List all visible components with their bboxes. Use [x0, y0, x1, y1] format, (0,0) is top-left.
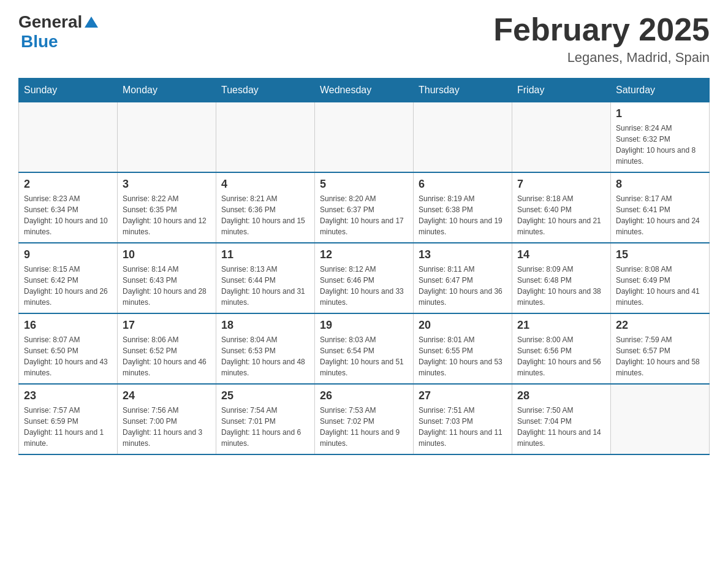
day-info: Sunrise: 8:07 AM Sunset: 6:50 PM Dayligh… — [24, 334, 112, 378]
day-number: 17 — [123, 319, 211, 332]
day-number: 8 — [616, 178, 704, 191]
svg-marker-0 — [85, 17, 98, 28]
day-info: Sunrise: 8:03 AM Sunset: 6:54 PM Dayligh… — [320, 334, 408, 378]
day-number: 13 — [419, 248, 507, 261]
calendar-cell: 17Sunrise: 8:06 AM Sunset: 6:52 PM Dayli… — [118, 313, 216, 384]
day-info: Sunrise: 7:50 AM Sunset: 7:04 PM Dayligh… — [517, 405, 605, 449]
day-info: Sunrise: 8:12 AM Sunset: 6:46 PM Dayligh… — [320, 264, 408, 308]
calendar-week-row: 9Sunrise: 8:15 AM Sunset: 6:42 PM Daylig… — [19, 243, 710, 313]
calendar-cell: 7Sunrise: 8:18 AM Sunset: 6:40 PM Daylig… — [512, 172, 611, 243]
calendar-cell: 16Sunrise: 8:07 AM Sunset: 6:50 PM Dayli… — [19, 313, 118, 384]
day-info: Sunrise: 8:18 AM Sunset: 6:40 PM Dayligh… — [517, 193, 605, 237]
calendar-header-sunday: Sunday — [19, 79, 118, 102]
day-info: Sunrise: 7:59 AM Sunset: 6:57 PM Dayligh… — [616, 334, 704, 378]
calendar-cell: 6Sunrise: 8:19 AM Sunset: 6:38 PM Daylig… — [414, 172, 512, 243]
logo-triangle-icon — [85, 17, 98, 28]
day-info: Sunrise: 8:14 AM Sunset: 6:43 PM Dayligh… — [123, 264, 211, 308]
calendar-header-saturday: Saturday — [611, 79, 710, 102]
day-number: 3 — [123, 178, 211, 191]
calendar-cell: 13Sunrise: 8:11 AM Sunset: 6:47 PM Dayli… — [414, 243, 512, 313]
day-number: 14 — [517, 248, 605, 261]
day-number: 1 — [616, 107, 704, 120]
calendar-cell: 11Sunrise: 8:13 AM Sunset: 6:44 PM Dayli… — [216, 243, 315, 313]
calendar-cell — [118, 102, 216, 173]
day-info: Sunrise: 8:01 AM Sunset: 6:55 PM Dayligh… — [419, 334, 507, 378]
calendar-cell — [512, 102, 611, 173]
day-number: 24 — [123, 389, 211, 402]
day-number: 6 — [419, 178, 507, 191]
calendar-table: SundayMondayTuesdayWednesdayThursdayFrid… — [18, 78, 710, 455]
calendar-cell: 3Sunrise: 8:22 AM Sunset: 6:35 PM Daylig… — [118, 172, 216, 243]
calendar-cell — [315, 102, 414, 173]
calendar-cell: 10Sunrise: 8:14 AM Sunset: 6:43 PM Dayli… — [118, 243, 216, 313]
calendar-cell: 14Sunrise: 8:09 AM Sunset: 6:48 PM Dayli… — [512, 243, 611, 313]
day-info: Sunrise: 8:13 AM Sunset: 6:44 PM Dayligh… — [221, 264, 309, 308]
day-info: Sunrise: 8:22 AM Sunset: 6:35 PM Dayligh… — [123, 193, 211, 237]
day-number: 19 — [320, 319, 408, 332]
calendar-cell — [611, 384, 710, 454]
day-info: Sunrise: 8:17 AM Sunset: 6:41 PM Dayligh… — [616, 193, 704, 237]
day-info: Sunrise: 8:15 AM Sunset: 6:42 PM Dayligh… — [24, 264, 112, 308]
day-info: Sunrise: 8:11 AM Sunset: 6:47 PM Dayligh… — [419, 264, 507, 308]
calendar-cell: 15Sunrise: 8:08 AM Sunset: 6:49 PM Dayli… — [611, 243, 710, 313]
day-info: Sunrise: 8:08 AM Sunset: 6:49 PM Dayligh… — [616, 264, 704, 308]
calendar-header-wednesday: Wednesday — [315, 79, 414, 102]
calendar-week-row: 23Sunrise: 7:57 AM Sunset: 6:59 PM Dayli… — [19, 384, 710, 454]
day-number: 9 — [24, 248, 112, 261]
day-number: 12 — [320, 248, 408, 261]
calendar-week-row: 2Sunrise: 8:23 AM Sunset: 6:34 PM Daylig… — [19, 172, 710, 243]
day-number: 27 — [419, 389, 507, 402]
calendar-cell: 12Sunrise: 8:12 AM Sunset: 6:46 PM Dayli… — [315, 243, 414, 313]
calendar-cell — [19, 102, 118, 173]
day-number: 26 — [320, 389, 408, 402]
day-info: Sunrise: 8:06 AM Sunset: 6:52 PM Dayligh… — [123, 334, 211, 378]
calendar-cell — [414, 102, 512, 173]
calendar-cell: 5Sunrise: 8:20 AM Sunset: 6:37 PM Daylig… — [315, 172, 414, 243]
day-info: Sunrise: 8:09 AM Sunset: 6:48 PM Dayligh… — [517, 264, 605, 308]
day-info: Sunrise: 8:19 AM Sunset: 6:38 PM Dayligh… — [419, 193, 507, 237]
day-info: Sunrise: 7:54 AM Sunset: 7:01 PM Dayligh… — [221, 405, 309, 449]
calendar-cell: 19Sunrise: 8:03 AM Sunset: 6:54 PM Dayli… — [315, 313, 414, 384]
day-info: Sunrise: 8:20 AM Sunset: 6:37 PM Dayligh… — [320, 193, 408, 237]
calendar-cell: 20Sunrise: 8:01 AM Sunset: 6:55 PM Dayli… — [414, 313, 512, 384]
calendar-header-row: SundayMondayTuesdayWednesdayThursdayFrid… — [19, 79, 710, 102]
calendar-cell: 28Sunrise: 7:50 AM Sunset: 7:04 PM Dayli… — [512, 384, 611, 454]
calendar-cell: 18Sunrise: 8:04 AM Sunset: 6:53 PM Dayli… — [216, 313, 315, 384]
logo-general-text: General — [18, 12, 82, 32]
day-info: Sunrise: 7:57 AM Sunset: 6:59 PM Dayligh… — [24, 405, 112, 449]
calendar-week-row: 1Sunrise: 8:24 AM Sunset: 6:32 PM Daylig… — [19, 102, 710, 173]
calendar-cell: 21Sunrise: 8:00 AM Sunset: 6:56 PM Dayli… — [512, 313, 611, 384]
day-number: 7 — [517, 178, 605, 191]
day-info: Sunrise: 8:04 AM Sunset: 6:53 PM Dayligh… — [221, 334, 309, 378]
calendar-cell: 24Sunrise: 7:56 AM Sunset: 7:00 PM Dayli… — [118, 384, 216, 454]
day-info: Sunrise: 7:53 AM Sunset: 7:02 PM Dayligh… — [320, 405, 408, 449]
calendar-header-thursday: Thursday — [414, 79, 512, 102]
day-number: 11 — [221, 248, 309, 261]
calendar-header-friday: Friday — [512, 79, 611, 102]
calendar-cell: 23Sunrise: 7:57 AM Sunset: 6:59 PM Dayli… — [19, 384, 118, 454]
calendar-cell: 9Sunrise: 8:15 AM Sunset: 6:42 PM Daylig… — [19, 243, 118, 313]
calendar-cell — [216, 102, 315, 173]
day-info: Sunrise: 7:51 AM Sunset: 7:03 PM Dayligh… — [419, 405, 507, 449]
calendar-header-tuesday: Tuesday — [216, 79, 315, 102]
day-number: 15 — [616, 248, 704, 261]
calendar-cell: 22Sunrise: 7:59 AM Sunset: 6:57 PM Dayli… — [611, 313, 710, 384]
title-area: February 2025 Leganes, Madrid, Spain — [493, 12, 710, 66]
day-info: Sunrise: 7:56 AM Sunset: 7:00 PM Dayligh… — [123, 405, 211, 449]
location-title: Leganes, Madrid, Spain — [493, 50, 710, 66]
day-number: 2 — [24, 178, 112, 191]
day-number: 21 — [517, 319, 605, 332]
logo-blue-text: Blue — [21, 32, 58, 52]
month-title: February 2025 — [493, 12, 710, 47]
header: General Blue February 2025 Leganes, Madr… — [18, 12, 710, 66]
calendar-cell: 27Sunrise: 7:51 AM Sunset: 7:03 PM Dayli… — [414, 384, 512, 454]
day-number: 5 — [320, 178, 408, 191]
day-info: Sunrise: 8:24 AM Sunset: 6:32 PM Dayligh… — [616, 123, 704, 167]
day-info: Sunrise: 8:23 AM Sunset: 6:34 PM Dayligh… — [24, 193, 112, 237]
day-info: Sunrise: 8:00 AM Sunset: 6:56 PM Dayligh… — [517, 334, 605, 378]
day-number: 10 — [123, 248, 211, 261]
calendar-cell: 8Sunrise: 8:17 AM Sunset: 6:41 PM Daylig… — [611, 172, 710, 243]
calendar-cell: 25Sunrise: 7:54 AM Sunset: 7:01 PM Dayli… — [216, 384, 315, 454]
day-number: 22 — [616, 319, 704, 332]
calendar-cell: 4Sunrise: 8:21 AM Sunset: 6:36 PM Daylig… — [216, 172, 315, 243]
